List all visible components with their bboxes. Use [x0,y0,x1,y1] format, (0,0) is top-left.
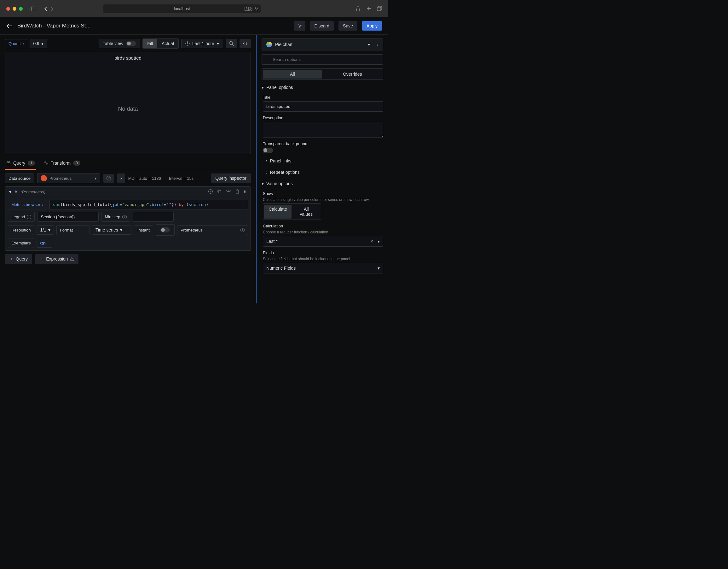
editor-tabs: Query 1 Transform 0 [5,157,251,170]
show-all-option[interactable]: All values [292,205,320,218]
title-field-label: Title [263,95,383,100]
format-dropdown[interactable]: Time series ▾ [92,225,131,235]
quantile-label[interactable]: Quantile [5,39,27,48]
format-label: Format [56,225,90,235]
zoom-out-button[interactable] [226,39,237,48]
min-step-label: Min step i [101,212,130,222]
datasource-label: Data source [5,173,34,183]
apply-button[interactable]: Apply [362,21,382,31]
chevron-right-icon: › [120,176,122,181]
refresh-button[interactable] [240,39,251,48]
query-tab-icon [6,161,11,165]
query-inspector-button[interactable]: Query inspector [211,173,251,183]
show-calculate-option[interactable]: Calculate [264,205,292,218]
datasource-help-button[interactable]: ? [103,174,114,183]
add-query-button[interactable]: ＋ Query [5,254,32,264]
plus-icon: ＋ [9,256,14,262]
warning-icon [70,257,74,261]
eye-icon [40,241,46,245]
min-step-input[interactable] [133,212,174,222]
collapse-toggle[interactable]: ▾ [9,189,11,194]
calculation-select[interactable]: Last * ✕ ▾ [263,236,383,247]
options-search-input[interactable] [262,54,383,65]
maximize-window-button[interactable] [19,7,23,11]
svg-rect-9 [44,161,46,163]
chevron-right-icon: › [42,202,43,207]
drag-handle-icon[interactable]: ⠿ [244,189,247,194]
interval-info: Interval = 15s [169,176,194,181]
clear-icon[interactable]: ✕ [370,239,374,244]
share-icon[interactable] [355,6,361,12]
fields-select[interactable]: Numeric Fields ▾ [263,263,383,273]
title-input[interactable] [263,101,383,112]
time-range-picker[interactable]: Last 1 hour ▾ [181,39,223,48]
forward-icon[interactable] [50,6,54,11]
add-expression-button[interactable]: ＋ Expression [35,254,78,264]
section-panel-links[interactable]: › Panel links [266,157,383,165]
table-view-toggle[interactable]: Table view [99,39,140,48]
resolution-dropdown[interactable]: 1/1 ▾ [37,225,54,235]
actual-option[interactable]: Actual [157,39,178,48]
section-panel-options[interactable]: ▾ Panel options [262,84,383,91]
md-info: MD = auto = 1186 [128,176,161,181]
pie-chart-icon [266,42,272,47]
chevron-down-icon: ▾ [95,176,97,181]
description-input[interactable] [263,122,383,137]
transparent-bg-label: Transparent background [263,141,383,146]
back-arrow-icon[interactable] [6,23,13,28]
reload-icon[interactable]: ↻ [255,6,258,12]
datasource-select[interactable]: Prometheus ▾ [37,173,100,183]
tab-transform[interactable]: Transform 0 [43,157,82,170]
transparent-bg-toggle[interactable] [263,148,273,153]
browser-chrome: localhost 🄰あ ↻ [0,0,388,17]
translate-icon[interactable]: 🄰あ [245,6,253,12]
save-button[interactable]: Save [338,21,357,31]
tab-all[interactable]: All [263,70,322,78]
svg-point-15 [72,260,72,260]
section-repeat-options[interactable]: › Repeat options [266,168,383,176]
new-tab-icon[interactable] [366,6,371,12]
close-window-button[interactable] [6,7,10,11]
datasource-expand-button[interactable]: › [117,173,125,183]
query-letter[interactable]: A [14,189,17,194]
discard-button[interactable]: Discard [310,21,334,31]
instant-label: Instant [134,225,153,235]
add-actions: ＋ Query ＋ Expression [5,254,251,264]
info-icon[interactable]: i [240,228,245,232]
chevron-right-icon[interactable]: › [377,42,378,47]
fill-option[interactable]: Fill [143,39,157,48]
transform-count-badge: 0 [73,160,80,165]
chevron-down-icon: ▾ [262,181,264,186]
legend-input[interactable] [37,212,99,222]
minimize-window-button[interactable] [13,7,16,11]
panel-title[interactable]: birds spotted [5,52,251,64]
copy-icon[interactable] [217,189,222,194]
show-hint: Calculate a single value per column or s… [263,197,383,202]
tab-query[interactable]: Query 1 [5,157,36,170]
help-icon[interactable]: ? [208,189,213,194]
trash-icon[interactable] [235,189,239,194]
sidebar-icon[interactable] [30,7,35,11]
eye-icon[interactable] [226,189,231,194]
viz-type-picker[interactable]: Pie chart ▾ › [262,38,383,50]
tab-overrides[interactable]: Overrides [323,70,382,78]
refresh-icon [243,41,248,46]
settings-button[interactable] [294,21,305,31]
fields-hint: Select the fields that should be include… [263,257,383,261]
query-editor: ▾ A (Prometheus) ? ⠿ [5,186,251,251]
tabs-overview-icon[interactable] [377,6,382,12]
instant-toggle-wrap[interactable] [156,224,175,235]
section-value-options[interactable]: ▾ Value options [262,180,383,187]
query-ds-label: (Prometheus) [20,189,45,194]
url-bar[interactable]: localhost 🄰あ ↻ [103,4,261,13]
back-icon[interactable] [44,6,48,11]
quantile-dropdown[interactable]: 0.9 ▾ [30,39,47,48]
exemplars-toggle[interactable] [37,239,52,247]
options-tabs: All Overrides [262,68,383,80]
info-icon[interactable]: i [27,215,31,219]
info-icon[interactable]: i [122,215,127,219]
promql-input[interactable]: sum(birds_spotted_total{job="vapor_app",… [49,200,248,209]
chevron-down-icon: ▾ [48,227,50,232]
metrics-browser-button[interactable]: Metrics browser › [8,200,47,209]
toggle-icon [126,41,136,46]
